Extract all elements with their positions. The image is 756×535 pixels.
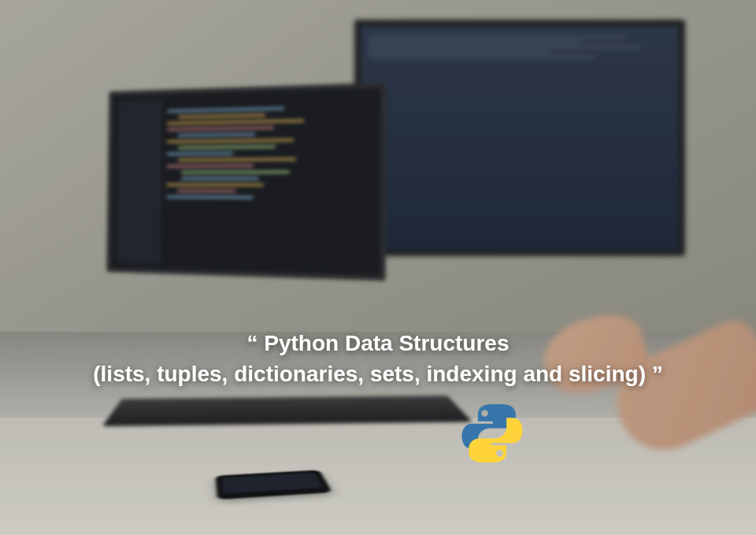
dim-overlay — [0, 0, 756, 535]
title-line-2: (lists, tuples, dictionaries, sets, inde… — [93, 362, 646, 386]
quote-close: ” — [646, 362, 663, 386]
background-scene — [0, 0, 756, 535]
title-line-1: Python Data Structures — [264, 331, 509, 355]
title-caption: “ Python Data Structures (lists, tuples,… — [0, 328, 756, 389]
python-logo-icon — [461, 402, 524, 465]
quote-open: “ — [247, 331, 265, 355]
